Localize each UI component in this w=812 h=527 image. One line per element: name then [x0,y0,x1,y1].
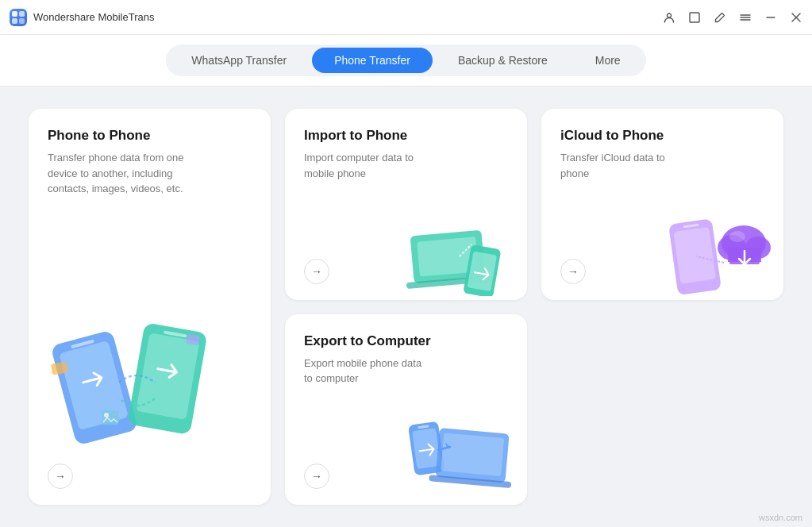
titlebar: Wondershare MobileTrans [0,0,812,35]
svg-point-4 [668,13,672,17]
icloud-illustration [652,201,779,296]
tab-phone[interactable]: Phone Transfer [312,48,433,73]
close-button[interactable] [790,11,802,24]
card-phone-to-phone[interactable]: Phone to Phone Transfer phone data from … [29,109,271,505]
card-title-phone-to-phone: Phone to Phone [48,128,252,144]
svg-rect-5 [690,13,699,22]
svg-rect-28 [673,226,716,283]
card-arrow-import[interactable]: → [304,259,329,284]
watermark: wsxdn.com [759,513,802,522]
card-arrow-icloud[interactable]: → [560,259,586,284]
card-import-to-phone[interactable]: Import to Phone Import computer data to … [285,109,527,300]
app-logo [10,9,27,26]
minimize-button[interactable] [764,11,777,24]
main-content: Phone to Phone Transfer phone data from … [0,87,812,527]
cards-grid: Phone to Phone Transfer phone data from … [29,109,783,505]
window-controls [663,11,802,24]
import-illustration [396,201,523,296]
export-illustration [396,406,523,501]
svg-rect-3 [19,18,25,24]
svg-rect-1 [19,11,25,17]
card-arrow-phone-to-phone[interactable]: → [48,464,73,489]
card-desc-phone-to-phone: Transfer phone data from one device to a… [48,150,206,197]
svg-rect-20 [102,410,119,425]
svg-rect-2 [12,18,17,24]
card-desc-export: Export mobile phone data to computer [304,356,431,387]
svg-rect-0 [12,11,17,17]
card-title-import: Import to Phone [304,128,508,144]
card-arrow-export[interactable]: → [304,464,329,489]
svg-rect-40 [441,433,504,476]
app-title: Wondershare MobileTrans [33,11,663,23]
svg-point-21 [104,413,109,417]
card-export-to-computer[interactable]: Export to Computer Export mobile phone d… [285,314,527,506]
edit-icon[interactable] [714,11,726,24]
window-icon[interactable] [688,11,701,24]
phone-to-phone-illustration [40,287,222,462]
card-desc-icloud: Transfer iCloud data to phone [560,150,687,181]
card-title-icloud: iCloud to Phone [560,128,764,144]
card-title-export: Export to Computer [304,333,508,349]
account-icon[interactable] [663,11,675,24]
card-desc-import: Import computer data to mobile phone [304,150,431,181]
navbar: WhatsApp Transfer Phone Transfer Backup … [0,35,812,87]
nav-tabs: WhatsApp Transfer Phone Transfer Backup … [166,44,645,76]
card-icloud-to-phone[interactable]: iCloud to Phone Transfer iCloud data to … [541,109,783,300]
tab-more[interactable]: More [573,48,643,73]
menu-icon[interactable] [739,11,752,24]
svg-rect-19 [186,334,200,345]
tab-whatsapp[interactable]: WhatsApp Transfer [169,48,309,73]
tab-backup[interactable]: Backup & Restore [436,48,570,73]
svg-point-35 [729,231,745,242]
